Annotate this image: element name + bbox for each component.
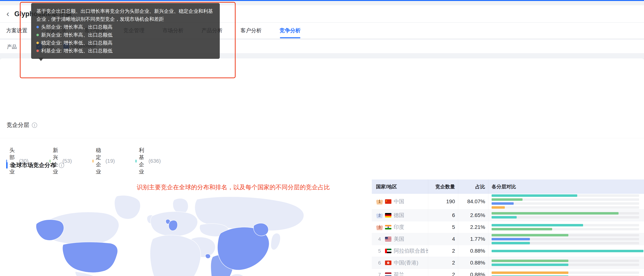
table-header-cell: 占比 — [458, 180, 488, 194]
tab-方案设置[interactable]: 方案设置 — [6, 23, 27, 38]
tooltip-arrow — [38, 58, 44, 64]
flag-icon-in — [385, 225, 392, 230]
country-rank-table: 国家/地区竞企数量占比各分层对比1中国19084.07%2德国62.65%3印度… — [372, 180, 644, 276]
share-percent: 0.88% — [470, 248, 485, 254]
share-percent: 0.88% — [470, 260, 485, 266]
flag-icon-us — [385, 237, 392, 241]
tooltip-bullet-text: 头部企业: 增长率高、出口总额高 — [41, 24, 112, 30]
flag-icon-de — [385, 213, 392, 218]
legend-dot-icon — [92, 160, 94, 163]
tier-bar-green — [492, 228, 552, 230]
legend-count: (636) — [148, 158, 161, 164]
share-percent: 1.77% — [470, 236, 485, 242]
tier-bar-teal — [492, 264, 568, 266]
tooltip-bullet-text: 新兴企业: 增长率高、出口总额低 — [41, 32, 112, 38]
competitor-count: 2 — [452, 248, 455, 254]
flag-icon-cn — [385, 199, 392, 204]
tier-bar-teal — [492, 224, 583, 226]
rank-number: 7 — [378, 272, 381, 276]
tier-bar-track — [492, 272, 639, 274]
share-percent: 84.07% — [467, 199, 485, 205]
rank-crown-badge: 2 — [376, 213, 383, 218]
table-row-荷兰[interactable]: 7荷兰20.88% — [372, 269, 644, 276]
rank-number: 5 — [378, 248, 381, 254]
flag-icon-ae — [385, 249, 392, 253]
legend-label: 新兴企业 — [53, 147, 60, 175]
share-percent: 2.21% — [470, 224, 485, 230]
competitor-count: 2 — [452, 272, 455, 276]
tier-bar-teal — [492, 242, 530, 244]
country-greenland — [114, 196, 140, 219]
tooltip-bullet-text: 稳定企业: 增长率低、出口总额高 — [41, 40, 112, 46]
tier-bar-blue — [492, 238, 530, 240]
legend-dot-icon — [136, 160, 136, 163]
table-row-德国[interactable]: 2德国62.65% — [372, 210, 644, 221]
tier-bar-green — [492, 234, 568, 236]
info-icon[interactable]: ! — [59, 163, 64, 168]
country-name: 荷兰 — [394, 271, 404, 276]
section-title-tiers-text: 竞企分层 — [6, 121, 29, 129]
tooltip-bullet: 稳定企业: 增长率低、出口总额高 — [36, 39, 214, 47]
legend-item-稳定企业[interactable]: 稳定企业(19) — [92, 147, 115, 175]
tier-bar-orange — [492, 272, 568, 274]
tier-bar-track — [492, 194, 639, 197]
product-filter-label: 产品 — [7, 43, 17, 50]
competitor-count: 5 — [452, 224, 455, 230]
tooltip-bullet-dot-icon — [36, 42, 39, 44]
table-row-中国(香港)[interactable]: 6中国(香港)20.88% — [372, 257, 644, 269]
country-name: 中国 — [394, 198, 404, 205]
table-row-美国[interactable]: 4美国41.77% — [372, 233, 644, 245]
tier-bar-track — [492, 202, 639, 205]
table-header-row: 国家/地区竞企数量占比各分层对比 — [372, 180, 644, 194]
country-name: 德国 — [394, 212, 404, 219]
back-chevron-icon[interactable]: ‹ — [6, 9, 9, 18]
table-row-中国[interactable]: 1中国19084.07% — [372, 194, 644, 210]
tooltip-bullet: 新兴企业: 增长率高、出口总额低 — [36, 31, 214, 39]
legend-count: (19) — [106, 158, 115, 164]
tooltip-bullet-list: 头部企业: 增长率高、出口总额高新兴企业: 增长率高、出口总额低稳定企业: 增长… — [36, 23, 214, 55]
country-uae — [206, 254, 210, 259]
tier-bar-track — [492, 198, 639, 201]
table-row-阿拉伯联合酋长[interactable]: 5阿拉伯联合酋长20.88% — [372, 245, 644, 257]
section-accent-bar — [6, 162, 8, 169]
tab-客户分析[interactable]: 客户分析 — [240, 23, 262, 38]
rank-number: 6 — [378, 260, 381, 266]
competitor-count: 6 — [452, 212, 455, 218]
region-africa — [150, 235, 201, 276]
tier-bar-track — [492, 234, 639, 236]
tooltip-bullet-dot-icon — [36, 50, 39, 52]
legend-label: 头部企业 — [10, 147, 17, 175]
country-usa — [62, 242, 118, 273]
share-percent: 0.88% — [470, 272, 485, 276]
legend-item-头部企业[interactable]: 头部企业(30) — [6, 147, 28, 175]
tooltip-bullet: 头部企业: 增长率高、出口总额高 — [36, 23, 214, 31]
tier-bar-track — [492, 260, 639, 262]
info-icon[interactable]: ! — [32, 123, 37, 128]
rank-crown-badge: 3 — [376, 224, 383, 230]
competitor-count: 190 — [446, 199, 455, 205]
tab-竞争分析[interactable]: 竞争分析 — [280, 23, 301, 38]
country-name: 阿拉伯联合酋长 — [394, 247, 428, 255]
tier-bar-blue — [492, 202, 514, 205]
main-content-card: 竞企分层 ! 头部企业(30)新兴企业(53)稳定企业(19)利基企业(636)… — [0, 58, 644, 276]
competitor-count: 2 — [452, 260, 455, 266]
tier-bar-track — [492, 264, 639, 266]
legend-item-利基企业[interactable]: 利基企业(636) — [136, 147, 161, 175]
tier-bar-green — [492, 198, 522, 201]
tier-bar-track — [492, 212, 639, 215]
section-title-map: 全球市场竞企分布 ! — [6, 161, 64, 169]
flag-icon-hk — [385, 261, 392, 265]
rank-number: 4 — [378, 236, 381, 242]
table-row-印度[interactable]: 3印度52.21% — [372, 221, 644, 233]
tooltip-bullet-dot-icon — [36, 26, 39, 28]
tier-bar-green — [492, 260, 568, 262]
country-name: 印度 — [394, 224, 404, 231]
tier-bar-orange — [492, 206, 505, 209]
world-map[interactable] — [31, 195, 322, 276]
tier-bar-teal — [492, 194, 577, 197]
country-germany — [169, 220, 178, 231]
legend-item-新兴企业[interactable]: 新兴企业(53) — [50, 147, 72, 175]
share-percent: 2.65% — [470, 212, 485, 218]
flag-icon-nl — [385, 273, 392, 276]
rank-crown-badge: 1 — [376, 199, 383, 205]
